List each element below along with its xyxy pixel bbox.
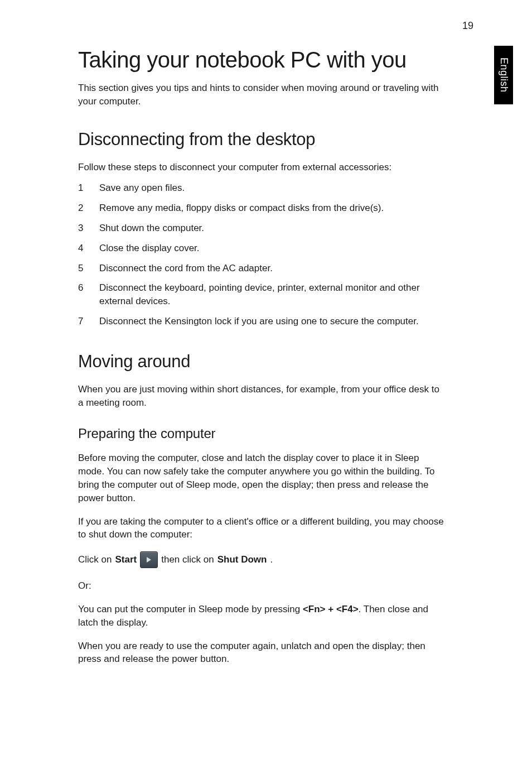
start-label: Start [115, 553, 137, 566]
body-paragraph: You can put the computer in Sleep mode b… [78, 603, 446, 630]
text-click-on: Click on [78, 553, 112, 566]
section-heading-moving: Moving around [78, 352, 446, 372]
body-paragraph: Before moving the computer, close and la… [78, 451, 446, 504]
page-title: Taking your notebook PC with you [78, 47, 446, 73]
list-item: Close the display cover. [78, 242, 446, 255]
page-number: 19 [462, 20, 473, 32]
section-lead: When you are just moving within short di… [78, 383, 446, 410]
body-paragraph: If you are taking the computer to a clie… [78, 515, 446, 542]
steps-list: Save any open files. Remove any media, f… [78, 181, 446, 328]
click-start-line: Click on Start then click on Shut Down. [78, 551, 446, 568]
list-item: Disconnect the Kensington lock if you ar… [78, 315, 446, 328]
list-item: Disconnect the keyboard, pointing device… [78, 281, 446, 308]
text-fragment: You can put the computer in Sleep mode b… [78, 604, 303, 614]
language-tab: English [494, 46, 513, 104]
subsection-heading: Preparing the computer [78, 426, 446, 441]
text-period: . [270, 553, 273, 566]
list-item: Shut down the computer. [78, 222, 446, 235]
list-item: Remove any media, floppy disks or compac… [78, 201, 446, 215]
text-then-click: then click on [161, 553, 214, 566]
key-combo: <Fn> + <F4> [303, 604, 359, 614]
section-lead: Follow these steps to disconnect your co… [78, 161, 446, 174]
section-heading-disconnecting: Disconnecting from the desktop [78, 129, 446, 150]
svg-marker-0 [147, 557, 151, 563]
list-item: Disconnect the cord from the AC adapter. [78, 262, 446, 275]
windows-start-icon [140, 551, 158, 568]
list-item: Save any open files. [78, 181, 446, 195]
intro-text: This section gives you tips and hints to… [78, 81, 446, 108]
shutdown-label: Shut Down [217, 553, 267, 566]
body-paragraph: When you are ready to use the computer a… [78, 640, 446, 666]
page-content: Taking your notebook PC with you This se… [78, 47, 446, 676]
or-text: Or: [78, 579, 446, 593]
